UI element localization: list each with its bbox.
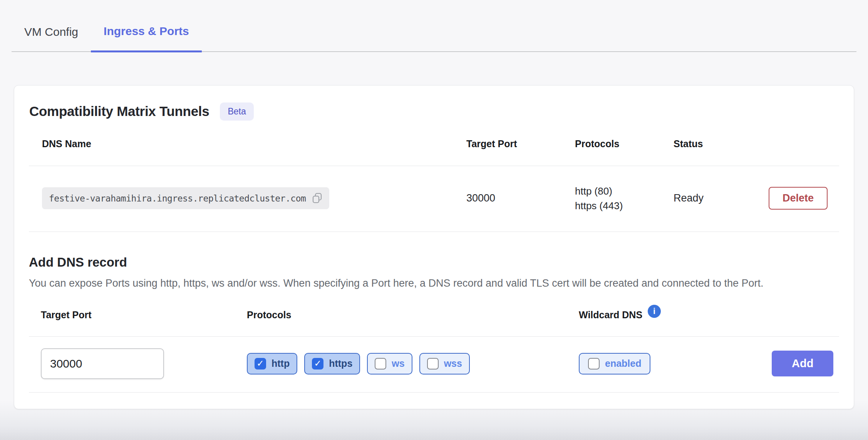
protocol-checkbox-ws[interactable]: ✓ ws xyxy=(367,353,412,375)
info-icon[interactable]: i xyxy=(648,305,661,318)
form-header-protocols: Protocols xyxy=(247,309,579,321)
wildcard-enabled-checkbox[interactable]: ✓ enabled xyxy=(579,353,650,375)
copy-icon[interactable] xyxy=(312,192,322,204)
row-protocols: http (80) https (443) xyxy=(575,184,674,213)
checkbox-icon: ✓ xyxy=(375,358,386,369)
col-header-target-port: Target Port xyxy=(466,138,575,149)
checkbox-icon: ✓ xyxy=(255,358,266,369)
tunnels-table-header: DNS Name Target Port Protocols Status xyxy=(29,138,839,166)
tunnels-card: Compatibility Matrix Tunnels Beta DNS Na… xyxy=(14,85,854,409)
protocol-label: https xyxy=(329,358,352,369)
col-header-status: Status xyxy=(674,138,769,149)
target-port-input[interactable] xyxy=(41,348,164,379)
checkbox-icon: ✓ xyxy=(312,358,323,369)
delete-button[interactable]: Delete xyxy=(769,187,828,210)
add-dns-record-title: Add DNS record xyxy=(29,255,839,270)
protocol-checkbox-group: ✓ http ✓ https ✓ ws ✓ wss xyxy=(247,353,579,375)
add-form-row: ✓ http ✓ https ✓ ws ✓ wss ✓ enabled Add xyxy=(29,337,839,393)
beta-badge: Beta xyxy=(220,102,253,121)
add-button[interactable]: Add xyxy=(772,351,833,376)
protocol-label: ws xyxy=(392,358,404,369)
row-protocol-https: https (443) xyxy=(575,198,674,213)
protocol-checkbox-wss[interactable]: ✓ wss xyxy=(419,353,470,375)
checkbox-icon: ✓ xyxy=(427,358,439,369)
protocol-label: http xyxy=(271,358,290,369)
dns-name-value: festive-varahamihira.ingress.replicatedc… xyxy=(49,193,306,203)
card-title: Compatibility Matrix Tunnels xyxy=(29,104,209,119)
row-target-port: 30000 xyxy=(466,192,575,204)
protocol-checkbox-http[interactable]: ✓ http xyxy=(247,353,297,375)
form-header-wildcard-dns: Wildcard DNS xyxy=(579,309,642,321)
dns-name-pill: festive-varahamihira.ingress.replicatedc… xyxy=(42,187,329,209)
tab-vm-config[interactable]: VM Config xyxy=(12,20,91,51)
wildcard-label: enabled xyxy=(605,358,641,369)
tab-bar: VM Config Ingress & Ports xyxy=(12,19,856,52)
col-header-dns-name: DNS Name xyxy=(29,138,466,149)
form-header-target-port: Target Port xyxy=(29,309,247,321)
tab-ingress-ports[interactable]: Ingress & Ports xyxy=(91,19,202,52)
add-dns-record-description: You can expose Ports using http, https, … xyxy=(29,276,836,291)
table-row: festive-varahamihira.ingress.replicatedc… xyxy=(29,166,839,232)
protocol-checkbox-https[interactable]: ✓ https xyxy=(304,353,360,375)
protocol-label: wss xyxy=(444,358,462,369)
checkbox-icon: ✓ xyxy=(588,358,600,369)
card-title-row: Compatibility Matrix Tunnels Beta xyxy=(29,102,839,121)
row-status: Ready xyxy=(674,192,769,204)
row-protocol-http: http (80) xyxy=(575,184,674,198)
add-form-header: Target Port Protocols Wildcard DNS i xyxy=(29,309,839,337)
col-header-protocols: Protocols xyxy=(575,138,674,149)
